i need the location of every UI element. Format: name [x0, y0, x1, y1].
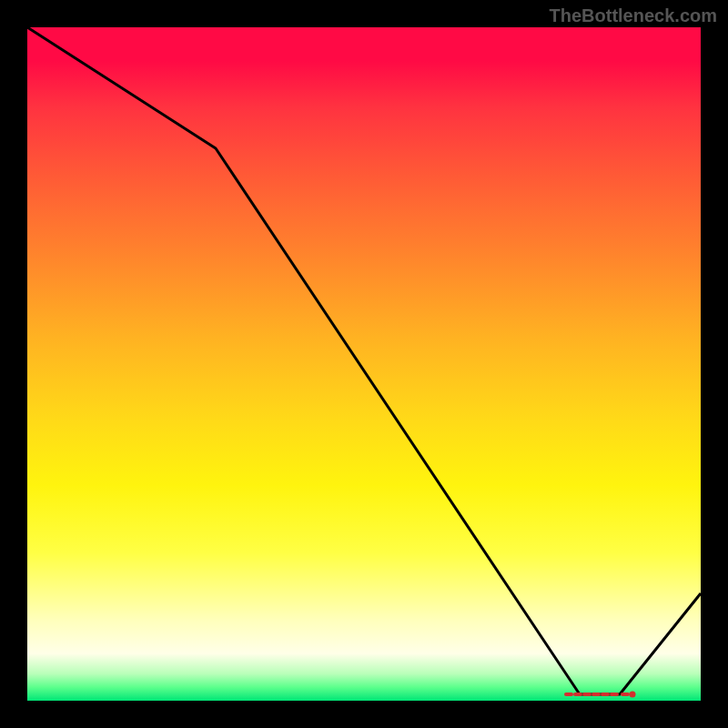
- chart-overlay: [27, 27, 701, 701]
- watermark-text: TheBottleneck.com: [550, 5, 717, 26]
- plot-area: [27, 27, 701, 701]
- optimal-marker-dot: [630, 692, 636, 698]
- chart-container: TheBottleneck.com: [0, 0, 728, 728]
- bottleneck-curve: [27, 27, 701, 694]
